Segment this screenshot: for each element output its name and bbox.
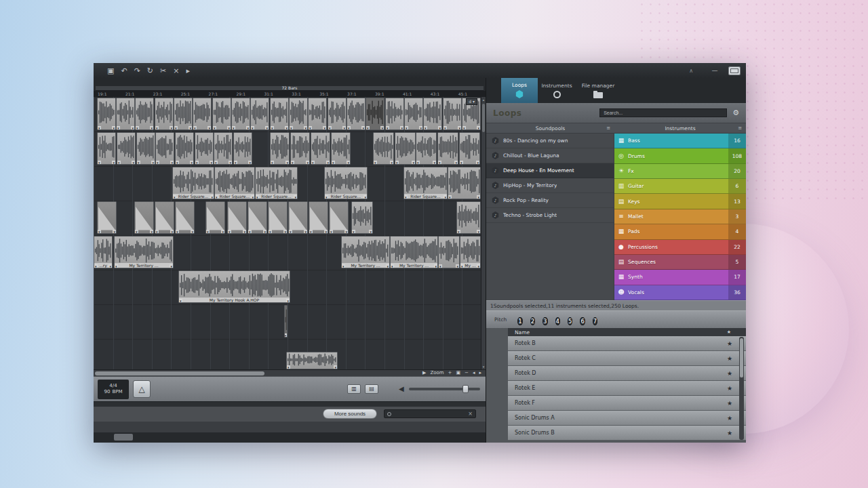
- grid-resolution-dropdown[interactable]: d ▾: [466, 98, 477, 105]
- audio-clip[interactable]: [311, 132, 330, 165]
- sounds-search-box[interactable]: ×: [384, 409, 476, 418]
- table-scrollbar[interactable]: [739, 337, 744, 440]
- audio-clip[interactable]: [448, 167, 481, 199]
- pitch-button-6[interactable]: 6: [580, 317, 585, 325]
- scroll-up-icon[interactable]: ▴: [481, 98, 486, 102]
- track-grid[interactable]: d ▾ ▴ ▾ Rider Square...Rider Square...Ri…: [94, 97, 486, 369]
- instrument-row[interactable]: ▥Guitar6: [614, 179, 746, 194]
- pitch-button-1[interactable]: 1: [517, 317, 522, 325]
- audio-clip[interactable]: [97, 132, 116, 165]
- audio-clip[interactable]: [290, 132, 310, 165]
- soundpools-column-header[interactable]: Soundpools ≡: [486, 123, 614, 133]
- table-header[interactable]: Name ★: [508, 328, 746, 336]
- table-row[interactable]: Rotek E★: [508, 381, 746, 396]
- vertical-scrollbar[interactable]: ▴ ▾: [481, 97, 486, 369]
- audio-clip[interactable]: [288, 201, 308, 234]
- soundpool-item[interactable]: ♪Techno - Strobe Light: [486, 208, 614, 223]
- table-row[interactable]: Sonic Drums A★: [508, 411, 746, 426]
- close-icon[interactable]: ×: [468, 411, 473, 417]
- keyboard-button[interactable]: ▥: [347, 384, 361, 394]
- zoom-fit-icon[interactable]: ▣: [456, 371, 460, 375]
- sounds-search-input[interactable]: [394, 411, 465, 416]
- table-scrollbar-thumb[interactable]: [740, 338, 743, 378]
- instrument-row[interactable]: ▦Pads4: [614, 224, 746, 239]
- audio-clip[interactable]: Rider Square...: [403, 167, 448, 199]
- audio-clip[interactable]: [195, 132, 214, 165]
- speaker-icon[interactable]: ◀: [399, 386, 404, 392]
- instrument-row[interactable]: ☻Vocals36: [614, 285, 746, 300]
- audio-clip[interactable]: My ...: [460, 236, 481, 268]
- audio-clip[interactable]: [97, 98, 116, 130]
- audio-clip[interactable]: [97, 201, 117, 234]
- audio-clip[interactable]: [373, 132, 394, 165]
- zoom-in-icon[interactable]: +: [448, 371, 452, 375]
- audio-clip[interactable]: [347, 98, 366, 130]
- audio-clip[interactable]: [309, 201, 328, 234]
- audio-clip[interactable]: [233, 132, 252, 165]
- audio-clip[interactable]: [459, 132, 480, 165]
- audio-clip[interactable]: [250, 98, 269, 130]
- filter-icon[interactable]: ≡: [606, 125, 610, 131]
- audio-clip[interactable]: [395, 132, 416, 165]
- minimize-button[interactable]: —: [709, 67, 720, 74]
- refresh-icon[interactable]: ↻: [147, 67, 153, 75]
- pitch-button-7[interactable]: 7: [593, 317, 597, 325]
- favorite-star-icon[interactable]: ★: [727, 415, 732, 422]
- audio-clip[interactable]: [270, 98, 289, 130]
- audio-clip[interactable]: Rider Square...: [324, 167, 368, 199]
- audio-clip[interactable]: ...ry: [94, 236, 113, 268]
- instrument-row[interactable]: ▤Keys13: [614, 194, 746, 209]
- audio-clip[interactable]: [193, 98, 212, 130]
- paste-icon[interactable]: ▣: [107, 67, 114, 75]
- audio-clip[interactable]: [286, 352, 338, 369]
- loops-search-box[interactable]: [599, 108, 727, 117]
- audio-clip[interactable]: Rider Square...: [214, 167, 255, 199]
- audio-clip[interactable]: [227, 201, 247, 234]
- tempo-display[interactable]: 4/4 90 BPM: [98, 380, 129, 399]
- audio-clip[interactable]: My Territory ...: [114, 236, 174, 268]
- audio-clip[interactable]: [248, 201, 267, 234]
- audio-clip[interactable]: [175, 132, 194, 165]
- audio-clip[interactable]: [116, 98, 135, 130]
- redo-icon[interactable]: ↷: [134, 67, 140, 75]
- table-row[interactable]: Rotek B★: [508, 336, 746, 351]
- instrument-row[interactable]: ▦Synth17: [614, 270, 746, 285]
- mixer-button[interactable]: ▤: [365, 384, 378, 394]
- audio-clip[interactable]: [456, 201, 481, 234]
- soundpool-item[interactable]: ♪Rock Pop - Reality: [486, 193, 614, 208]
- vertical-scrollbar-thumb[interactable]: [482, 104, 485, 132]
- audio-clip[interactable]: [351, 201, 373, 234]
- audio-clip[interactable]: [175, 201, 195, 234]
- audio-clip[interactable]: [268, 201, 288, 234]
- instrument-row[interactable]: ☀Fx20: [614, 164, 746, 179]
- collapse-icon[interactable]: ∧: [689, 68, 693, 74]
- audio-clip[interactable]: [205, 201, 225, 234]
- audio-clip[interactable]: My Territory ...: [390, 236, 438, 268]
- cut-icon[interactable]: ✂: [160, 67, 166, 75]
- audio-clip[interactable]: [443, 98, 462, 130]
- favorite-star-icon[interactable]: ★: [727, 385, 732, 392]
- audio-clip[interactable]: [331, 132, 351, 165]
- favorite-star-icon[interactable]: ★: [727, 400, 732, 407]
- docked-panel-tab[interactable]: [114, 434, 133, 441]
- audio-clip[interactable]: [328, 98, 347, 130]
- audio-clip[interactable]: Rider Square...: [255, 167, 298, 199]
- metronome-button[interactable]: △: [133, 380, 151, 398]
- audio-clip[interactable]: [289, 98, 308, 130]
- table-row[interactable]: Sonic Drums B★: [508, 426, 746, 441]
- favorite-star-icon[interactable]: ★: [727, 370, 732, 377]
- gear-icon[interactable]: ⚙: [732, 109, 739, 117]
- delete-icon[interactable]: ×: [173, 67, 179, 75]
- scroll-right-icon[interactable]: ▸: [479, 371, 481, 375]
- instrument-row[interactable]: ●Percussions22: [614, 240, 746, 255]
- audio-clip[interactable]: [284, 305, 288, 338]
- audio-clip[interactable]: My Territory ...: [341, 236, 390, 268]
- audio-clip[interactable]: [155, 132, 174, 165]
- table-row[interactable]: Rotek D★: [508, 366, 746, 381]
- favorite-star-icon[interactable]: ★: [727, 355, 732, 362]
- undo-icon[interactable]: ↶: [121, 67, 127, 75]
- audio-clip[interactable]: [155, 201, 174, 234]
- pitch-button-3[interactable]: 3: [542, 317, 547, 325]
- audio-clip[interactable]: [174, 98, 193, 130]
- pitch-button-4[interactable]: 4: [555, 317, 560, 325]
